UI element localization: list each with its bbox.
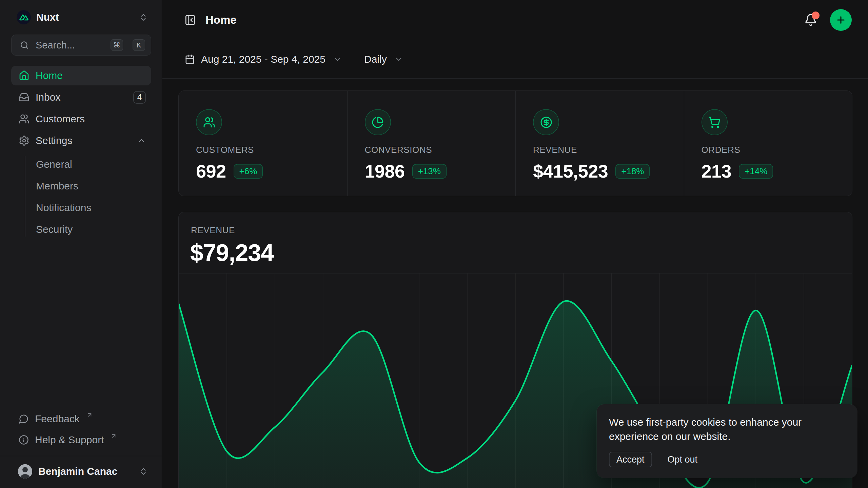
sidebar-item-inbox[interactable]: Inbox 4 (11, 87, 151, 107)
sidebar-footer: Feedback Help & Support Benjamin (11, 408, 151, 483)
stat-revenue[interactable]: REVENUE $415,523 +18% (515, 91, 684, 196)
search-placeholder: Search... (36, 40, 104, 51)
search-icon (20, 41, 29, 49)
opt-out-button[interactable]: Opt out (668, 454, 698, 465)
sidebar-item-label: Settings (36, 135, 72, 146)
stats-card: CUSTOMERS 692 +6% CONVERSIONS 1986 +13% (179, 91, 852, 196)
collapse-sidebar-button[interactable] (184, 14, 196, 26)
stat-label: CONVERSIONS (365, 145, 506, 155)
notification-dot (812, 12, 820, 19)
stat-value: 692 (196, 161, 226, 182)
page-header: Home (162, 0, 868, 40)
external-link-arrow-icon (111, 433, 117, 439)
revenue-chart-label: REVENUE (191, 225, 235, 236)
sidebar-item-label: Customers (36, 113, 85, 125)
sidebar-item-notifications[interactable]: Notifications (11, 198, 151, 218)
external-link-arrow-icon (86, 412, 93, 418)
footer-link-label: Help & Support (35, 434, 104, 446)
calendar-icon (185, 54, 195, 64)
notifications-button[interactable] (804, 14, 817, 26)
search-input[interactable]: Search... ⌘ K (11, 35, 151, 56)
stat-conversions[interactable]: CONVERSIONS 1986 +13% (347, 91, 516, 196)
footer-link-label: Feedback (35, 413, 80, 425)
revenue-chart-value: $79,234 (190, 239, 274, 266)
stat-orders[interactable]: ORDERS 213 +14% (684, 91, 852, 196)
sidebar-divider (0, 456, 162, 456)
add-button[interactable] (830, 9, 852, 31)
chevrons-up-down-icon (139, 467, 148, 476)
stat-delta-badge: +18% (615, 164, 650, 179)
stat-value: $415,523 (533, 161, 608, 182)
stat-value: 1986 (365, 161, 405, 182)
sidebar-item-home[interactable]: Home (11, 66, 151, 85)
filters-toolbar: Aug 21, 2025 - Sep 4, 2025 Daily (162, 40, 868, 79)
sidebar-item-members[interactable]: Members (11, 176, 151, 196)
info-icon (19, 435, 29, 445)
nuxt-logo-icon (17, 10, 31, 24)
stat-delta-badge: +6% (234, 164, 263, 179)
accept-button[interactable]: Accept (609, 452, 652, 467)
stat-customers[interactable]: CUSTOMERS 692 +6% (179, 91, 347, 196)
gear-icon (19, 135, 29, 146)
sidebar-item-general[interactable]: General (11, 155, 151, 174)
users-icon (19, 114, 29, 124)
sidebar-item-label: Home (36, 70, 63, 81)
app-window: Nuxt Search... ⌘ K Home (0, 0, 868, 488)
stat-value: 213 (702, 161, 732, 182)
user-name: Benjamin Canac (38, 466, 117, 477)
chart-pie-icon (365, 109, 391, 135)
kbd-meta: ⌘ (111, 39, 123, 51)
plus-icon (835, 15, 846, 25)
stat-label: ORDERS (702, 145, 842, 155)
header-actions (804, 9, 852, 31)
inbox-icon (19, 92, 29, 103)
sidebar-item-customers[interactable]: Customers (11, 109, 151, 129)
home-icon (19, 70, 29, 81)
inbox-count-badge: 4 (133, 91, 146, 104)
date-range-button[interactable]: Aug 21, 2025 - Sep 4, 2025 (185, 54, 342, 65)
help-support-link[interactable]: Help & Support (11, 429, 151, 450)
interval-select[interactable]: Daily (364, 54, 403, 65)
feedback-link[interactable]: Feedback (11, 408, 151, 429)
chevron-down-icon (394, 55, 403, 64)
chevron-down-icon (333, 55, 342, 64)
circle-dollar-icon (533, 109, 559, 135)
page-title: Home (205, 14, 237, 26)
stat-delta-badge: +13% (412, 164, 447, 179)
cookie-message: We use first-party cookies to enhance yo… (609, 415, 819, 444)
stat-delta-badge: +14% (739, 164, 773, 179)
interval-value: Daily (364, 54, 387, 65)
chevrons-up-down-icon (139, 13, 148, 22)
avatar (18, 464, 32, 479)
sidebar-item-security[interactable]: Security (11, 220, 151, 239)
users-icon (196, 109, 222, 135)
cookie-banner: We use first-party cookies to enhance yo… (597, 404, 857, 478)
sidebar: Nuxt Search... ⌘ K Home (0, 0, 162, 488)
stat-label: REVENUE (533, 145, 674, 155)
sidebar-menu: Home Inbox 4 Customers Settings (11, 66, 151, 240)
settings-subtree: General Members Notifications Security (11, 152, 151, 240)
kbd-k: K (133, 39, 145, 51)
shopping-cart-icon (702, 109, 728, 135)
workspace-switcher[interactable]: Nuxt (11, 7, 151, 27)
user-menu-button[interactable]: Benjamin Canac (11, 460, 151, 483)
message-circle-icon (19, 414, 29, 424)
cookie-actions: Accept Opt out (609, 452, 845, 467)
sidebar-item-label: Inbox (36, 92, 60, 103)
sidebar-item-settings[interactable]: Settings (11, 131, 151, 150)
date-range-value: Aug 21, 2025 - Sep 4, 2025 (201, 54, 326, 65)
chevron-up-icon (137, 136, 146, 145)
stat-label: CUSTOMERS (196, 145, 337, 155)
workspace-name: Nuxt (36, 12, 59, 23)
